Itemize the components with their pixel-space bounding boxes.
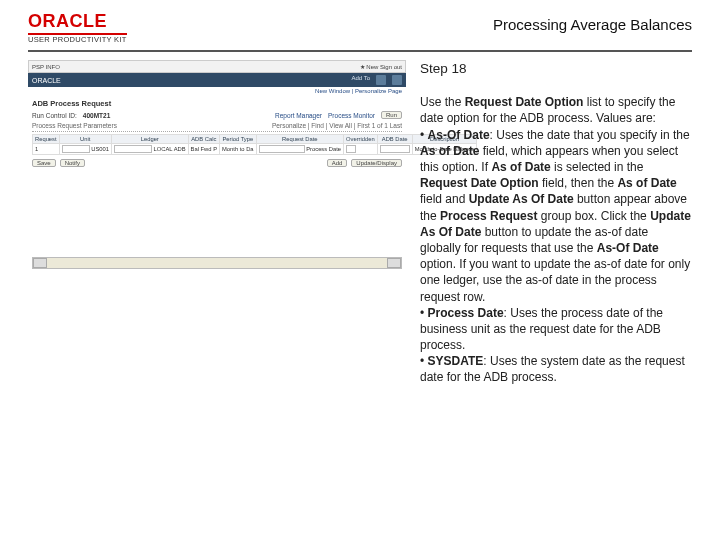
step-label: Step 18 <box>420 60 692 78</box>
brand: ORACLE USER PRODUCTIVITY KIT <box>28 12 127 44</box>
cell-request: 1 <box>33 144 60 155</box>
horizontal-scrollbar[interactable] <box>32 257 402 269</box>
notify-button[interactable]: Notify <box>60 159 85 167</box>
group-title: Process Request Parameters <box>32 122 117 129</box>
save-button[interactable]: Save <box>32 159 56 167</box>
browser-tabs: PSP INFO <box>32 64 60 70</box>
instruction-text: Use the Request Date Option list to spec… <box>420 94 692 385</box>
col-override: Overridden <box>344 135 378 144</box>
reqdate-select[interactable] <box>259 145 305 153</box>
page-title: Processing Average Balances <box>493 12 692 33</box>
process-monitor-link[interactable]: Process Monitor <box>328 112 375 119</box>
request-table: Request Unit Ledger ADB Calc Period Type… <box>32 134 477 155</box>
browser-chrome: PSP INFO ★ New Sign out <box>28 60 406 73</box>
app-logo: ORACLE <box>32 77 61 84</box>
form-title: ADB Process Request <box>32 99 402 108</box>
col-adbdate: ADB Date <box>377 135 412 144</box>
browser-actions: ★ New Sign out <box>360 63 402 70</box>
col-ledger: Ledger <box>111 135 188 144</box>
instruction-panel: Step 18 Use the Request Date Option list… <box>420 60 692 386</box>
run-control-label: Run Control ID: <box>32 112 77 119</box>
app-screenshot: PSP INFO ★ New Sign out ORACLE Add To Ne… <box>28 60 406 273</box>
col-period: Period Type <box>220 135 257 144</box>
ledger-input[interactable] <box>114 145 152 153</box>
col-request: Request <box>33 135 60 144</box>
run-button[interactable]: Run <box>381 111 402 119</box>
col-reqdate: Request Date <box>256 135 343 144</box>
adbdate-input[interactable] <box>380 145 410 153</box>
table-row: 1 US001 LOCAL ADB Bal Fwd P Month to Da … <box>33 144 477 155</box>
brand-subtitle: USER PRODUCTIVITY KIT <box>28 33 127 44</box>
notification-icon[interactable] <box>376 75 386 85</box>
app-navbar: ORACLE Add To <box>28 73 406 87</box>
grid-count: First 1 of 1 Last <box>357 122 402 129</box>
nav-icon[interactable] <box>392 75 402 85</box>
page-actions[interactable]: New Window | Personalize Page <box>28 87 406 95</box>
col-unit: Unit <box>59 135 111 144</box>
nav-link[interactable]: Add To <box>351 75 370 85</box>
divider <box>28 50 692 52</box>
override-check[interactable] <box>346 145 356 153</box>
run-control-value: 400MT21 <box>83 112 110 119</box>
add-button[interactable]: Add <box>327 159 348 167</box>
update-display-button[interactable]: Update/Display <box>351 159 402 167</box>
unit-input[interactable] <box>62 145 90 153</box>
brand-logo: ORACLE <box>28 12 127 32</box>
report-manager-link[interactable]: Report Manager <box>275 112 322 119</box>
col-adbcalc: ADB Calc <box>188 135 219 144</box>
grid-actions[interactable]: Personalize | Find | View All | <box>272 122 355 129</box>
